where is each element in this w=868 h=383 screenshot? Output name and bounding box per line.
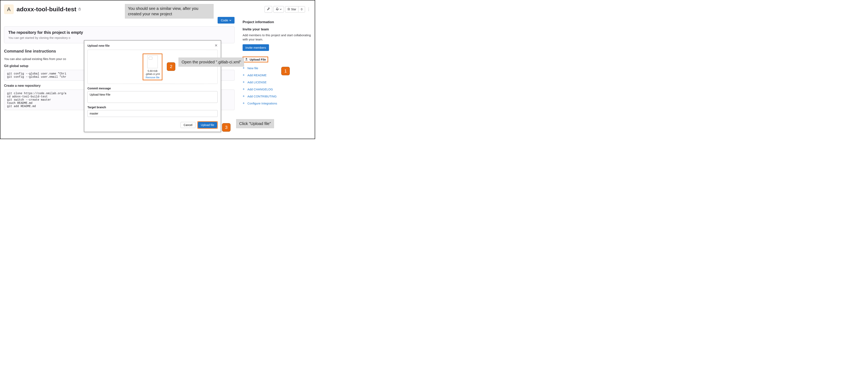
plus-icon: + — [243, 80, 246, 84]
empty-repo-subtitle: You can get started by cloning the repos… — [8, 36, 230, 39]
bell-icon — [276, 7, 279, 11]
sidebar: Project information Invite your team Add… — [243, 17, 311, 110]
commit-message-label: Commit message — [88, 87, 218, 90]
kebab-icon: ⋮ — [307, 7, 310, 11]
upload-file-button[interactable]: Upload file — [198, 122, 217, 128]
sidebar-actions: +New file +Add README +Add LICENSE +Add … — [243, 66, 311, 105]
plus-icon: + — [243, 101, 246, 105]
step-badge-2: 2 — [167, 62, 175, 71]
close-icon: ✕ — [215, 43, 218, 47]
cancel-button[interactable]: Cancel — [181, 122, 195, 128]
action-label: Configure Integrations — [247, 102, 277, 105]
action-label: Add CONTRIBUTING — [247, 95, 277, 98]
invite-heading: Invite your team — [243, 27, 311, 31]
star-count: 0 — [298, 6, 305, 12]
annotation-open: Open the provided ".gitlab-ci.xml" — [179, 58, 244, 67]
svg-rect-0 — [79, 9, 81, 10]
chevron-down-icon — [229, 19, 231, 22]
more-actions-button[interactable]: ⋮ — [306, 7, 311, 11]
chevron-down-icon — [280, 8, 282, 11]
wrench-icon — [267, 7, 270, 11]
sidebar-action-add-license[interactable]: +Add LICENSE — [243, 80, 267, 84]
lock-icon — [78, 7, 81, 11]
project-title: adoxx-tool-build-test — [17, 6, 76, 13]
file-thumb-icon — [147, 55, 158, 68]
annotation-click: Click "Upload file" — [236, 119, 274, 128]
empty-repo-title: The repository for this project is empty — [8, 30, 230, 35]
invite-desc: Add members to this project and start co… — [243, 33, 311, 41]
remove-file-link[interactable]: Remove file — [146, 76, 160, 79]
action-label: Add LICENSE — [247, 80, 267, 84]
upload-icon — [245, 58, 248, 61]
upload-file-label: Upload File — [250, 58, 266, 61]
star-button[interactable]: Star 0 — [285, 6, 305, 12]
plus-icon: + — [243, 66, 246, 70]
plus-icon: + — [243, 94, 246, 98]
plus-icon: + — [243, 73, 246, 77]
file-name: .gitlab-ci.yml — [145, 72, 160, 75]
uploaded-file-card: 5.69 KiB .gitlab-ci.yml Remove file — [143, 54, 162, 80]
file-dropzone[interactable]: 5.69 KiB .gitlab-ci.yml Remove file — [88, 50, 218, 84]
project-avatar: A — [4, 4, 14, 14]
action-label: Add README — [247, 73, 267, 77]
project-info-heading: Project information — [243, 20, 311, 24]
modal-title: Upload new file — [88, 44, 215, 47]
action-label: Add CHANGELOG — [247, 88, 273, 91]
modal-close-button[interactable]: ✕ — [215, 43, 218, 48]
upload-file-highlight: Upload file — [197, 121, 218, 129]
step-badge-3: 3 — [222, 123, 230, 132]
star-label: Star — [291, 8, 297, 11]
file-size: 5.69 KiB — [145, 69, 160, 72]
target-branch-label: Target branch — [88, 106, 218, 109]
action-label: New file — [247, 66, 258, 70]
target-branch-input[interactable] — [88, 110, 218, 117]
sidebar-action-add-readme[interactable]: +Add README — [243, 73, 267, 77]
invite-members-button[interactable]: Invite members — [243, 44, 269, 51]
notifications-button[interactable] — [273, 6, 284, 13]
sidebar-action-configure-integrations[interactable]: +Configure Integrations — [243, 101, 277, 105]
commit-message-input[interactable] — [88, 91, 218, 103]
sidebar-action-new-file[interactable]: +New file — [243, 66, 258, 70]
plus-icon: + — [243, 87, 246, 91]
sidebar-action-add-changelog[interactable]: +Add CHANGELOG — [243, 87, 273, 91]
step-badge-1: 1 — [281, 67, 290, 75]
sidebar-action-add-contributing[interactable]: +Add CONTRIBUTING — [243, 94, 277, 98]
upload-file-link[interactable]: Upload File — [243, 57, 268, 62]
annotation-top: You should see a similar view, after you… — [125, 4, 214, 19]
upload-file-modal: Upload new file ✕ 5.69 KiB .gitlab-ci.ym… — [84, 40, 221, 132]
star-icon — [287, 8, 290, 11]
code-button-label: Code — [221, 19, 228, 22]
code-button[interactable]: Code — [218, 17, 235, 24]
admin-button[interactable] — [265, 6, 272, 13]
